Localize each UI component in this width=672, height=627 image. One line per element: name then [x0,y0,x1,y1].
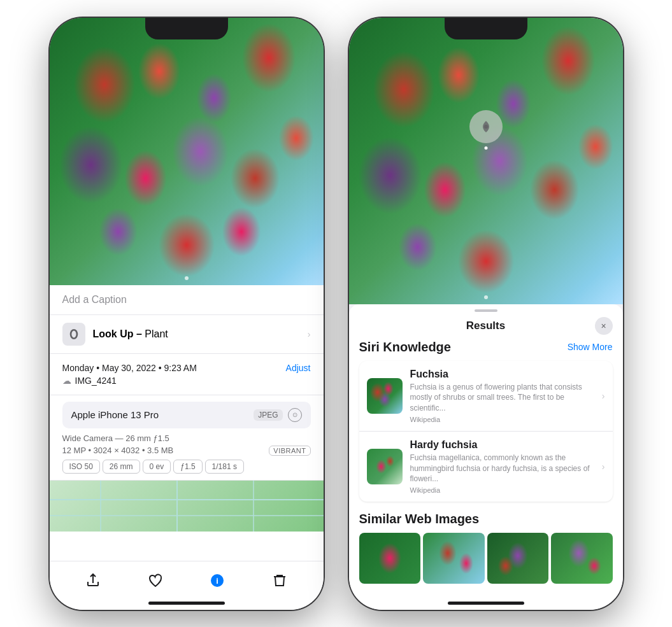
flower-photo[interactable] [50,18,324,285]
results-content: Siri Knowledge Show More Fuchsia Fuchsia… [349,340,623,597]
notch [145,18,228,39]
trash-button[interactable] [268,569,291,592]
vi-dot [484,146,487,150]
iso-value: ISO 50 [62,460,100,474]
close-button[interactable]: × [595,317,613,335]
siri-knowledge-section: Siri Knowledge Show More Fuchsia Fuchsia… [359,340,613,502]
ev-value: 0 ev [143,460,171,474]
hardy-name: Hardy fuchsia [410,439,594,451]
home-bar [148,602,225,605]
lookup-text: Look Up – Plant [93,328,168,340]
left-phone: Add a Caption Look Up – Plant › Mon [50,18,324,610]
hardy-desc: Fuchsia magellanica, commonly known as t… [410,453,594,484]
similar-section-header: Similar Web Images [359,512,613,526]
photo-info-area: Add a Caption Look Up – Plant › Mon [50,285,324,561]
right-flower-photo[interactable] [349,18,623,304]
caption-area[interactable]: Add a Caption [50,285,324,315]
similar-images-grid [359,533,613,584]
focal-value: 26 mm [103,460,140,474]
hardy-fuchsia-item[interactable]: Hardy fuchsia Fuchsia magellanica, commo… [359,432,613,502]
knowledge-card: Fuchsia Fuchsia is a genus of flowering … [359,361,613,502]
jpeg-badge: JPEG [254,409,282,421]
like-button[interactable] [144,569,167,592]
siri-knowledge-title: Siri Knowledge [359,340,451,355]
cloud-icon: ☁ [62,376,71,386]
device-section: Apple iPhone 13 Pro JPEG ⊙ Wide Camera —… [50,395,324,481]
siri-section-header: Siri Knowledge Show More [359,340,613,355]
similar-images-section: Similar Web Images [359,512,613,584]
device-row: Apple iPhone 13 Pro JPEG ⊙ [62,402,311,428]
similar-images-title: Similar Web Images [359,512,480,526]
fuchsia-thumbnail [367,378,403,414]
caption-placeholder[interactable]: Add a Caption [62,294,127,305]
hardy-chevron-icon: › [602,461,605,472]
fuchsia-chevron-icon: › [602,391,605,401]
exif-row: ISO 50 26 mm 0 ev ƒ1.5 1/181 s [62,460,311,474]
visual-intelligence-button[interactable] [469,110,503,143]
adjust-button[interactable]: Adjust [286,363,311,373]
device-name: Apple iPhone 13 Pro [71,409,159,420]
similar-image-1[interactable] [359,533,421,584]
svg-point-1 [71,330,76,337]
show-more-button[interactable]: Show More [568,342,613,352]
right-phone: Results × Siri Knowledge Show More [349,18,623,610]
map-area[interactable] [50,481,324,532]
camera-details: Wide Camera — 26 mm ƒ1.5 [62,433,311,443]
home-indicator [50,597,324,610]
hardy-source: Wikipedia [410,486,594,494]
lookup-icon [62,323,85,346]
fuchsia-info: Fuchsia Fuchsia is a genus of flowering … [410,369,594,423]
hardy-thumbnail [367,449,403,484]
fuchsia-desc: Fuchsia is a genus of flowering plants t… [410,382,594,414]
share-button[interactable] [82,569,104,592]
results-panel: Results × Siri Knowledge Show More [349,304,623,597]
right-screen: Results × Siri Knowledge Show More [349,18,623,610]
right-notch [445,18,527,39]
meta-filename: IMG_4241 [75,376,117,386]
similar-image-4[interactable] [551,533,613,584]
right-home-indicator [349,597,623,610]
lookup-chevron-icon: › [308,329,311,339]
meta-section: Monday • May 30, 2022 • 9:23 AM Adjust ☁… [50,354,324,395]
svg-text:i: i [216,576,218,586]
svg-point-9 [484,125,488,129]
left-screen: Add a Caption Look Up – Plant › Mon [50,18,324,610]
shutter-value: 1/181 s [205,460,244,474]
info-button[interactable]: i [206,569,229,592]
hardy-info: Hardy fuchsia Fuchsia magellanica, commo… [410,439,594,494]
aperture-value: ƒ1.5 [173,460,202,474]
similar-image-2[interactable] [423,533,485,584]
device-badges: JPEG ⊙ [254,408,301,422]
fuchsia-item[interactable]: Fuchsia Fuchsia is a genus of flowering … [359,361,613,432]
meta-date: Monday • May 30, 2022 • 9:23 AM [62,363,197,373]
camera-icon: ⊙ [288,408,302,422]
bottom-toolbar: i [50,561,324,597]
similar-image-3[interactable] [487,533,549,584]
results-header: Results × [349,312,623,340]
vibrant-badge: VIBRANT [269,446,310,456]
resolution-text: 12 MP • 3024 × 4032 • 3.5 MB [62,446,174,455]
right-home-bar [448,602,524,605]
fuchsia-name: Fuchsia [410,369,594,380]
lookup-row[interactable]: Look Up – Plant › [50,315,324,354]
results-title: Results [466,320,505,332]
fuchsia-source: Wikipedia [410,416,594,423]
